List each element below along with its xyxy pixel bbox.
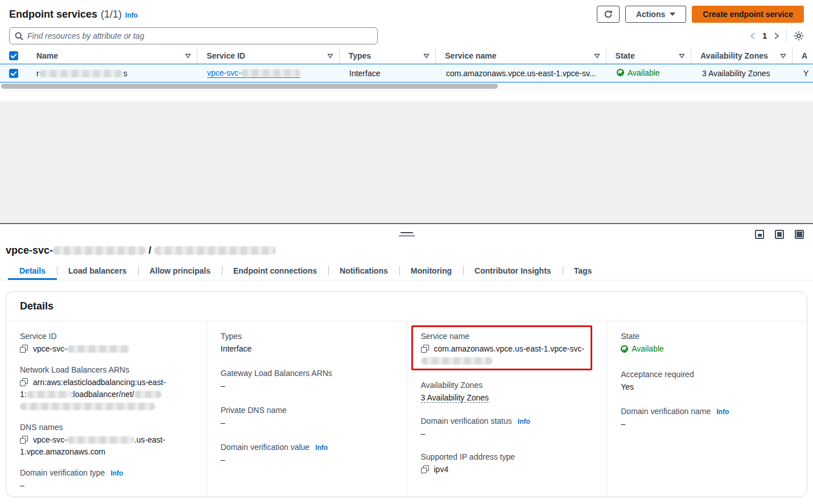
column-header-availability-zones[interactable]: Availability Zones xyxy=(691,48,793,64)
refresh-button[interactable] xyxy=(597,6,620,23)
select-all-checkbox[interactable] xyxy=(9,51,18,60)
details-card-heading: Details xyxy=(6,292,807,321)
field-service-id: Service ID vpce-svc- xyxy=(20,332,193,355)
field-domain-verification-name: Domain verification name Info – xyxy=(621,407,793,430)
service-id-link[interactable]: vpce-svc- xyxy=(207,68,300,78)
info-link[interactable]: Info xyxy=(315,444,328,452)
divider xyxy=(786,30,787,42)
sort-icon[interactable] xyxy=(594,53,600,59)
panel-title: vpce-svc- / xyxy=(6,245,276,257)
row-state-cell: Available xyxy=(608,68,693,79)
scrollbar-thumb[interactable] xyxy=(1,84,498,89)
horizontal-scrollbar[interactable] xyxy=(0,84,813,91)
check-circle-icon xyxy=(621,345,628,353)
redacted-text xyxy=(39,70,123,77)
column-header-types[interactable]: Types xyxy=(340,48,436,64)
column-header-state[interactable]: State xyxy=(606,48,692,64)
column-header-clipped[interactable]: A xyxy=(793,48,813,64)
copy-icon[interactable] xyxy=(421,465,429,473)
info-link[interactable]: Info xyxy=(518,418,530,425)
details-column-4: State Available Acceptance required Yes … xyxy=(606,321,807,498)
field-dns-names: DNS names vpce-svc-.us-east- 1.vpce.amaz… xyxy=(20,423,193,458)
select-all-cell xyxy=(0,48,27,64)
info-link[interactable]: Info xyxy=(125,11,138,19)
row-clipped-cell: Y xyxy=(794,69,813,78)
tab-monitoring[interactable]: Monitoring xyxy=(399,263,463,280)
search-icon xyxy=(15,32,23,40)
search-input[interactable] xyxy=(27,31,372,40)
endpoint-services-table: Name Service ID Types Service name State… xyxy=(0,48,813,91)
field-service-name: Service name com.amazonaws.vpce.us-east-… xyxy=(421,332,593,367)
field-nlb-arns: Network Load Balancers ARNs arn:aws:elas… xyxy=(20,365,193,412)
tab-contributor-insights[interactable]: Contributor Insights xyxy=(463,263,563,280)
sort-icon[interactable] xyxy=(423,53,430,59)
table-toolbar: 1 xyxy=(0,25,813,44)
resource-count: (1/1) xyxy=(101,9,122,20)
details-column-3: Service name com.amazonaws.vpce.us-east-… xyxy=(407,321,607,498)
tab-allow-principals[interactable]: Allow principals xyxy=(138,263,222,280)
split-panel-drag-handle[interactable] xyxy=(399,232,415,237)
row-select-cell xyxy=(0,69,27,78)
page-background xyxy=(0,102,813,223)
page-header: Endpoint services (1/1) Info Actions Cre… xyxy=(0,0,813,25)
redacted-text xyxy=(67,436,134,444)
field-acceptance-required: Acceptance required Yes xyxy=(621,370,793,393)
availability-zones-link[interactable]: 3 Availability Zones xyxy=(421,393,489,403)
redacted-text xyxy=(134,391,162,398)
field-domain-verification-status: Domain verification status Info – xyxy=(421,416,593,440)
pagination: 1 xyxy=(750,30,804,42)
sort-icon[interactable] xyxy=(185,53,191,59)
field-private-dns-name: Private DNS name – xyxy=(221,406,393,429)
panel-size-large-icon[interactable] xyxy=(795,230,804,239)
field-availability-zones: Availability Zones 3 Availability Zones xyxy=(421,381,593,404)
preferences-button[interactable] xyxy=(794,31,804,41)
sort-icon[interactable] xyxy=(780,53,786,59)
redacted-text xyxy=(27,391,71,398)
status-badge: Available xyxy=(621,343,664,355)
page-title-text: Endpoint services xyxy=(9,9,97,20)
tab-notifications[interactable]: Notifications xyxy=(328,263,399,280)
row-availability-zones-cell: 3 Availability Zones xyxy=(693,69,794,78)
previous-page-button[interactable] xyxy=(750,32,756,40)
tab-tags[interactable]: Tags xyxy=(563,263,604,280)
search-box[interactable] xyxy=(9,27,378,44)
detail-tabs: Details Load balancers Allow principals … xyxy=(0,263,813,280)
next-page-button[interactable] xyxy=(774,32,779,40)
copy-icon[interactable] xyxy=(20,345,28,353)
column-header-service-id[interactable]: Service ID xyxy=(197,48,339,64)
refresh-icon xyxy=(604,10,613,19)
row-name-cell: rs xyxy=(27,69,198,78)
panel-size-medium-icon[interactable] xyxy=(775,230,784,239)
copy-icon[interactable] xyxy=(421,345,429,353)
tab-load-balancers[interactable]: Load balancers xyxy=(57,263,138,280)
table-row[interactable]: rs vpce-svc- Interface com.amazonaws.vpc… xyxy=(0,64,813,82)
row-checkbox[interactable] xyxy=(9,69,18,78)
panel-size-small-icon[interactable] xyxy=(755,230,764,239)
tab-details[interactable]: Details xyxy=(8,263,57,280)
actions-button[interactable]: Actions xyxy=(625,6,686,23)
create-endpoint-service-button[interactable]: Create endpoint service xyxy=(692,6,804,23)
field-types: Types Interface xyxy=(221,332,393,355)
copy-icon[interactable] xyxy=(20,436,28,444)
sort-icon[interactable] xyxy=(327,53,333,59)
current-page-number[interactable]: 1 xyxy=(762,31,767,40)
column-header-service-name[interactable]: Service name xyxy=(436,48,606,64)
actions-button-label: Actions xyxy=(636,10,665,19)
column-header-name[interactable]: Name xyxy=(27,48,197,64)
check-circle-icon xyxy=(617,69,624,76)
copy-icon[interactable] xyxy=(20,378,28,386)
redacted-text xyxy=(154,246,276,255)
header-actions: Actions Create endpoint service xyxy=(597,6,804,23)
status-badge: Available xyxy=(617,68,660,77)
details-card: Details Service ID vpce-svc- Network Loa… xyxy=(6,291,807,497)
info-link[interactable]: Info xyxy=(716,408,729,416)
tab-endpoint-connections[interactable]: Endpoint connections xyxy=(222,263,328,280)
info-link[interactable]: Info xyxy=(110,469,123,477)
row-service-id-cell: vpce-svc- xyxy=(198,68,340,78)
sort-icon[interactable] xyxy=(679,53,685,59)
row-types-cell: Interface xyxy=(340,69,437,78)
chevron-left-icon xyxy=(750,32,756,40)
gear-icon xyxy=(794,31,804,41)
field-gateway-lb-arns: Gateway Load Balancers ARNs – xyxy=(221,369,393,392)
availability-zones-link[interactable]: 3 Availability Zones xyxy=(702,69,770,78)
